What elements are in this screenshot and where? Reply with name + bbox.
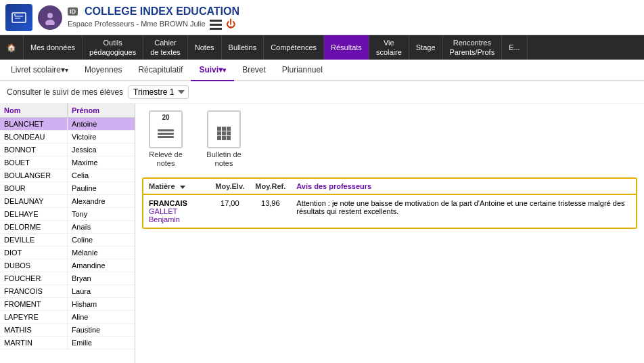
- subject-name: FRANCAIS: [149, 199, 204, 207]
- navbar-label: Résultats: [331, 43, 362, 51]
- navbar-label: Outils pédagogiques: [89, 38, 136, 58]
- g7: [217, 136, 221, 140]
- student-nom: FROMENT: [0, 298, 68, 310]
- student-row[interactable]: LAPEYRE Aline: [0, 311, 135, 324]
- result-matiere: FRANCAIS GALLET Benjamin: [143, 194, 210, 228]
- line-3: [158, 136, 174, 138]
- college-name: COLLEGE INDEX EDUCATION: [85, 5, 239, 18]
- navbar-stage[interactable]: Stage: [409, 35, 443, 60]
- student-row[interactable]: MARTIN Emilie: [0, 337, 135, 349]
- student-nom: BLANCHET: [0, 118, 68, 130]
- releve-notes-box: 20: [149, 110, 183, 148]
- navbar-label: Notes: [195, 43, 214, 51]
- student-prenom: Faustine: [68, 324, 135, 336]
- subnav: Livret scolaire ▾ Moyennes Récapitulatif…: [0, 60, 644, 81]
- bulletin-notes-icon-item[interactable]: Bulletin denotes: [200, 110, 248, 168]
- navbar-rencontres[interactable]: Rencontres Parents/Profs: [443, 35, 503, 60]
- student-prenom: Antoine: [68, 118, 135, 130]
- sort-arrow-matiere[interactable]: [180, 186, 185, 189]
- student-row[interactable]: BOULANGER Celia: [0, 169, 135, 182]
- result-avis: Attention : je note une baisse de motiva…: [291, 194, 636, 228]
- trimestre-select[interactable]: Trimestre 1 Trimestre 2 Trimestre 3: [129, 85, 189, 99]
- student-prenom: Maxime: [68, 156, 135, 169]
- student-nom: BLONDEAU: [0, 131, 68, 143]
- student-row[interactable]: BOUR Pauline: [0, 182, 135, 195]
- g8: [222, 136, 226, 140]
- g1: [217, 127, 221, 131]
- student-list[interactable]: Nom Prénom BLANCHET Antoine BLONDEAU Vic…: [0, 104, 135, 363]
- student-row[interactable]: DIOT Mélanie: [0, 247, 135, 259]
- student-row[interactable]: BLANCHET Antoine: [0, 118, 135, 131]
- navbar-notes[interactable]: Notes: [188, 35, 222, 60]
- subnav-pluriannuel[interactable]: Pluriannuel: [274, 60, 331, 81]
- student-prenom: Hisham: [68, 298, 135, 310]
- navbar-label: Stage: [416, 43, 436, 51]
- navbar-label: Vie scolaire: [376, 38, 402, 58]
- student-row[interactable]: DUBOS Amandine: [0, 259, 135, 272]
- student-nom: DELORME: [0, 221, 68, 233]
- student-nom: DELAUNAY: [0, 195, 68, 207]
- navbar-resultats[interactable]: Résultats: [324, 35, 369, 60]
- student-row[interactable]: DEVILLE Coline: [0, 234, 135, 247]
- student-nom: FRANCOIS: [0, 285, 68, 297]
- student-row[interactable]: BLONDEAU Victoire: [0, 131, 135, 144]
- bulletin-label: Bulletin denotes: [206, 150, 241, 168]
- student-nom: DIOT: [0, 247, 68, 259]
- navbar-mes-donnees[interactable]: Mes données: [24, 35, 83, 60]
- navbar-label: Compétences: [271, 43, 317, 51]
- line-1: [158, 129, 174, 131]
- results-table: Matière Moy.Elv. Moy.Ref. Avis des profe…: [143, 179, 636, 228]
- releve-label: Relevé denotes: [149, 150, 183, 168]
- student-nom: BOUR: [0, 182, 68, 194]
- results-body: FRANCAIS GALLET Benjamin 17,00 13,96 Att…: [143, 194, 636, 228]
- student-row[interactable]: FROMENT Hisham: [0, 298, 135, 311]
- svg-rect-0: [12, 13, 26, 22]
- navbar-outils-peda[interactable]: Outils pédagogiques: [83, 35, 143, 60]
- student-row[interactable]: MATHIS Faustine: [0, 324, 135, 337]
- student-row[interactable]: FRANCOIS Laura: [0, 285, 135, 298]
- subnav-livret-scolaire[interactable]: Livret scolaire ▾: [3, 60, 76, 81]
- navbar-label: E...: [509, 43, 520, 51]
- student-row[interactable]: BOUET Maxime: [0, 156, 135, 169]
- app-logo: [5, 4, 32, 31]
- navbar-bulletins[interactable]: Bulletins: [222, 35, 264, 60]
- col-prenom-header: Prénom: [68, 104, 135, 117]
- student-nom: DUBOS: [0, 259, 68, 272]
- g2: [222, 127, 226, 131]
- svg-point-3: [14, 14, 16, 16]
- student-nom: BOUET: [0, 156, 68, 169]
- student-nom: MATHIS: [0, 324, 68, 336]
- student-prenom: Victoire: [68, 131, 135, 143]
- header: ID COLLEGE INDEX EDUCATION Espace Profes…: [0, 0, 644, 35]
- student-prenom: Laura: [68, 285, 135, 297]
- subnav-suivi[interactable]: Suivi ▾: [191, 60, 234, 81]
- col-nom-header: Nom: [0, 104, 68, 117]
- home-icon: 🏠: [7, 43, 16, 52]
- qr-icon[interactable]: [210, 18, 222, 30]
- student-row[interactable]: BONNOT Jessica: [0, 144, 135, 156]
- releve-notes-icon-item[interactable]: 20 Relevé denotes: [142, 110, 189, 168]
- navbar-home[interactable]: 🏠: [0, 35, 24, 60]
- filter-label: Consulter le suivi de mes élèves: [7, 87, 123, 97]
- g5: [222, 131, 226, 135]
- student-row[interactable]: DELAUNAY Alexandre: [0, 195, 135, 208]
- navbar-vie-scolaire[interactable]: Vie scolaire: [369, 35, 409, 60]
- navbar-cahier-textes[interactable]: Cahier de textes: [143, 35, 188, 60]
- student-row[interactable]: DELHAYE Tony: [0, 208, 135, 221]
- subnav-recapitulatif[interactable]: Récapitulatif: [130, 60, 191, 81]
- student-row[interactable]: DELORME Anaïs: [0, 221, 135, 234]
- subnav-moyennes[interactable]: Moyennes: [76, 60, 130, 81]
- right-panel: 20 Relevé denotes: [135, 104, 644, 363]
- navbar-label: Bulletins: [229, 43, 257, 51]
- g6: [227, 131, 231, 135]
- power-icon[interactable]: ⏻: [226, 18, 235, 29]
- navbar-more[interactable]: E...: [502, 35, 528, 60]
- svg-point-5: [45, 20, 55, 25]
- g3: [227, 127, 231, 131]
- bulletin-icon-grid: [217, 127, 231, 140]
- releve-badge: 20: [162, 114, 169, 121]
- line-2: [158, 133, 174, 135]
- subnav-brevet[interactable]: Brevet: [234, 60, 274, 81]
- student-row[interactable]: FOUCHER Bryan: [0, 272, 135, 285]
- navbar-competences[interactable]: Compétences: [264, 35, 324, 60]
